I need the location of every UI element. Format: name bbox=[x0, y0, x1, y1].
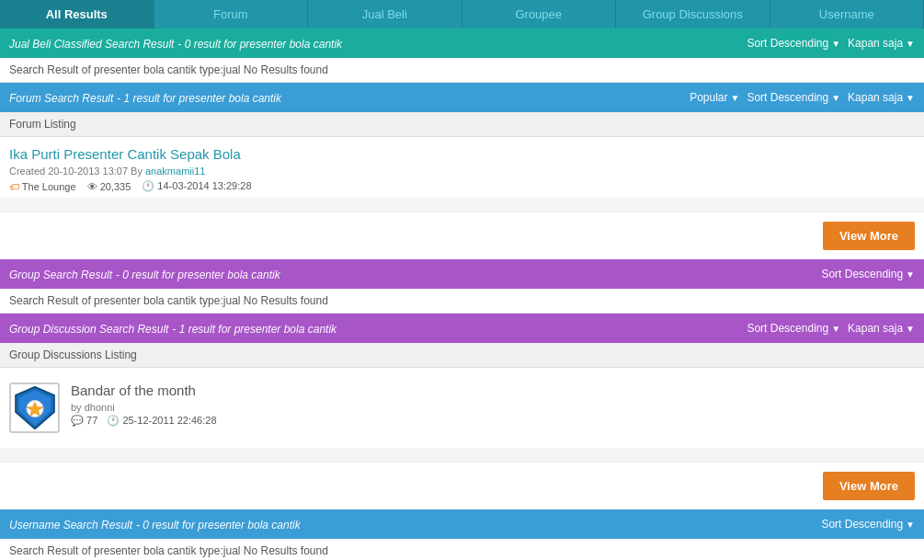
forum-post-category: The Lounge bbox=[22, 181, 76, 192]
forum-post-title[interactable]: Ika Purti Presenter Cantik Sepak Bola bbox=[9, 146, 915, 162]
jual-beli-kapan-btn[interactable]: Kapan saja ▼ bbox=[848, 37, 915, 50]
gd-clock-icon: 🕐 bbox=[107, 415, 120, 426]
username-sort-arrow: ▼ bbox=[906, 520, 915, 530]
jual-beli-title: Jual Beli Classified Search Result - 0 r… bbox=[9, 36, 342, 51]
gd-view-more-button[interactable]: View More bbox=[823, 472, 915, 500]
gd-avatar bbox=[9, 383, 60, 433]
forum-listing-header: Forum Listing bbox=[0, 112, 924, 137]
gd-item-title[interactable]: Bandar of the month bbox=[71, 383, 915, 398]
forum-sort-arrow: ▼ bbox=[831, 93, 840, 103]
gd-item-author: by dhonni bbox=[71, 402, 915, 413]
username-title: Username Search Result - 0 result for pr… bbox=[9, 517, 301, 531]
forum-kapan-btn[interactable]: Kapan saja ▼ bbox=[848, 91, 915, 104]
tab-groupee[interactable]: Groupee bbox=[462, 0, 617, 29]
tab-jual-beli[interactable]: Jual Beli bbox=[308, 0, 462, 29]
group-sort-arrow: ▼ bbox=[906, 269, 915, 280]
forum-post-author[interactable]: anakmamii11 bbox=[145, 166, 205, 177]
gd-item-date: 25-12-2011 22:46:28 bbox=[122, 415, 216, 426]
group-discussion-kapan-btn[interactable]: Kapan saja ▼ bbox=[848, 322, 915, 335]
group-result-text: - 0 result for presenter bola cantik bbox=[116, 269, 280, 281]
forum-kapan-arrow: ▼ bbox=[906, 93, 915, 103]
gd-comments: 77 bbox=[86, 415, 97, 426]
group-discussion-result-text: - 1 result for presenter bola cantik bbox=[172, 323, 337, 336]
forum-sort-controls: Popular ▼ Sort Descending ▼ Kapan saja ▼ bbox=[690, 91, 915, 104]
forum-view-more-bar: View More bbox=[0, 211, 924, 259]
forum-post-date: 14-03-2014 13:29:28 bbox=[157, 180, 251, 191]
forum-result-section: Ika Purti Presenter Cantik Sepak Bola Cr… bbox=[0, 137, 924, 198]
tab-group-discussions[interactable]: Group Discussions bbox=[616, 0, 770, 29]
forum-post-tags: 🏷 The Lounge 👁 20,335 🕐 14-03-2014 13:29… bbox=[9, 180, 915, 192]
forum-post-item: Ika Purti Presenter Cantik Sepak Bola Cr… bbox=[0, 137, 924, 198]
forum-title: Forum Search Result - 1 result for prese… bbox=[9, 90, 281, 105]
gd-view-more-bar: View More bbox=[0, 462, 924, 509]
spacer-2 bbox=[0, 448, 924, 462]
clock-icon: 🕐 bbox=[142, 180, 154, 191]
gd-kapan-arrow: ▼ bbox=[906, 324, 915, 334]
tab-username[interactable]: Username bbox=[770, 0, 925, 29]
username-no-results: Search Result of presenter bola cantik t… bbox=[0, 539, 924, 560]
group-discussion-sort-controls: Sort Descending ▼ Kapan saja ▼ bbox=[747, 322, 915, 335]
tab-forum[interactable]: Forum bbox=[154, 0, 309, 29]
forum-result-text: - 1 result for presenter bola cantik bbox=[117, 92, 281, 105]
gd-listing: Bandar of the month by dhonni 💬 77 🕐 25-… bbox=[0, 368, 924, 448]
forum-view-more-button[interactable]: View More bbox=[823, 222, 915, 250]
jual-beli-header: Jual Beli Classified Search Result - 0 r… bbox=[0, 29, 924, 58]
jual-beli-sort-controls: Sort Descending ▼ Kapan saja ▼ bbox=[747, 37, 915, 50]
gd-item-stats: 💬 77 🕐 25-12-2011 22:46:28 bbox=[71, 415, 915, 427]
username-sort-btn[interactable]: Sort Descending ▼ bbox=[821, 518, 915, 531]
tabs-bar: All Results Forum Jual Beli Groupee Grou… bbox=[0, 0, 924, 29]
username-result-text: - 0 result for presenter bola cantik bbox=[136, 519, 301, 531]
gd-list-item: Bandar of the month by dhonni 💬 77 🕐 25-… bbox=[9, 377, 915, 439]
views-icon: 👁 bbox=[87, 181, 97, 192]
forum-post-meta: Created 20-10-2013 13:07 By anakmamii11 bbox=[9, 166, 915, 177]
group-title: Group Search Result - 0 result for prese… bbox=[9, 267, 280, 281]
tab-all-results[interactable]: All Results bbox=[0, 0, 154, 29]
group-sort-controls: Sort Descending ▼ bbox=[821, 268, 915, 280]
forum-header: Forum Search Result - 1 result for prese… bbox=[0, 83, 924, 112]
sort-dropdown-arrow: ▼ bbox=[831, 39, 840, 49]
shield-svg bbox=[12, 385, 58, 431]
popular-dropdown-arrow: ▼ bbox=[731, 93, 740, 103]
forum-popular-btn[interactable]: Popular ▼ bbox=[690, 91, 739, 104]
gd-info: Bandar of the month by dhonni 💬 77 🕐 25-… bbox=[71, 383, 915, 427]
gd-listing-header: Group Discussions Listing bbox=[0, 343, 924, 368]
group-sort-btn[interactable]: Sort Descending ▼ bbox=[821, 268, 915, 280]
username-sort-controls: Sort Descending ▼ bbox=[821, 518, 915, 531]
group-discussion-header: Group Discussion Search Result - 1 resul… bbox=[0, 314, 924, 343]
jual-beli-result-text: - 0 result for presenter bola cantik bbox=[177, 38, 342, 51]
jual-beli-no-results: Search Result of presenter bola cantik t… bbox=[0, 58, 924, 83]
forum-sort-btn[interactable]: Sort Descending ▼ bbox=[747, 91, 840, 104]
tag-icon: 🏷 bbox=[9, 181, 19, 192]
jual-beli-sort-btn[interactable]: Sort Descending ▼ bbox=[747, 37, 840, 50]
group-no-results: Search Result of presenter bola cantik t… bbox=[0, 289, 924, 314]
kapan-dropdown-arrow: ▼ bbox=[906, 39, 915, 49]
username-header: Username Search Result - 0 result for pr… bbox=[0, 509, 924, 539]
forum-post-views: 20,335 bbox=[100, 181, 131, 192]
comment-icon: 💬 bbox=[71, 415, 84, 426]
spacer-1 bbox=[0, 198, 924, 211]
gd-sort-arrow: ▼ bbox=[831, 324, 840, 334]
group-discussion-sort-btn[interactable]: Sort Descending ▼ bbox=[747, 322, 840, 335]
group-discussion-title: Group Discussion Search Result - 1 resul… bbox=[9, 321, 337, 336]
group-header: Group Search Result - 0 result for prese… bbox=[0, 259, 924, 289]
